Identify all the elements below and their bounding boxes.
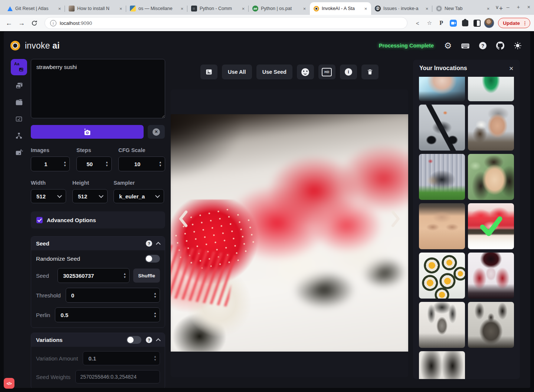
thumbnail-skull-sketch[interactable] — [419, 351, 465, 379]
variations-toggle[interactable] — [127, 336, 141, 344]
help-icon[interactable]: ? — [478, 41, 487, 50]
extension-puzzle-icon[interactable] — [460, 18, 470, 28]
settings-gear-icon[interactable]: ⚙ — [443, 41, 452, 50]
bookmark-star-icon[interactable]: ☆ — [425, 18, 434, 28]
thumbnail-goat-drawing[interactable] — [468, 302, 514, 348]
seed-input[interactable]: 3025360737 ▲▼ — [58, 268, 130, 283]
close-gallery-icon[interactable]: ✕ — [509, 66, 514, 71]
thumbnail-woman-portrait[interactable] — [468, 154, 514, 200]
perlin-input[interactable]: 0.5 ▲▼ — [55, 307, 160, 322]
stepper-icon[interactable]: ▲▼ — [60, 161, 69, 167]
tab-nodes[interactable] — [13, 129, 25, 142]
previous-image-arrow[interactable] — [176, 208, 191, 230]
tab-close-icon[interactable]: × — [240, 6, 246, 12]
next-image-arrow[interactable] — [388, 208, 403, 230]
thumbnail-strawberry-sushi-selected[interactable] — [468, 203, 514, 249]
advanced-options-row[interactable]: Advanced Options — [31, 211, 165, 228]
details-button[interactable]: i — [340, 65, 357, 79]
stepper-icon[interactable]: ▲▼ — [151, 292, 160, 299]
seed-weights-input[interactable] — [75, 370, 160, 383]
thumbnail-mango-sushi-rolls[interactable] — [419, 253, 465, 299]
tab-python-comm[interactable]: ∷ Python - Comm × — [187, 2, 249, 15]
tab-inpainting[interactable] — [13, 96, 25, 109]
cancel-button[interactable]: ✕ — [148, 125, 165, 139]
tab-postprocessing[interactable] — [13, 146, 25, 159]
prompt-input[interactable]: strawberry sushi — [31, 59, 165, 118]
tab-search-chevron-icon[interactable]: ∨ — [495, 4, 499, 10]
advanced-options-checkbox[interactable] — [36, 217, 43, 223]
tab-text-to-image[interactable]: Aa — [11, 59, 27, 75]
send-to-gallery-button[interactable] — [200, 65, 217, 79]
invoke-button[interactable] — [31, 125, 144, 139]
collapse-chevron-icon[interactable] — [156, 338, 161, 343]
tab-close-icon[interactable]: × — [56, 6, 63, 12]
randomize-seed-toggle[interactable] — [145, 255, 160, 263]
help-question-icon[interactable]: ? — [146, 240, 152, 247]
minimize-button[interactable]: – — [507, 4, 510, 10]
tab-python-ospath[interactable]: ae Python | os.pat × — [249, 2, 310, 15]
shuffle-button[interactable]: Shuffle — [133, 269, 160, 283]
tab-os-misc[interactable]: os — Miscellane × — [126, 2, 187, 15]
forward-button[interactable]: → — [16, 18, 27, 28]
refresh-button[interactable] — [29, 18, 39, 28]
theme-sun-icon[interactable] — [513, 41, 522, 50]
variations-panel-header[interactable]: Variations ? — [31, 333, 165, 347]
stepper-icon[interactable]: ▲▼ — [156, 161, 165, 167]
share-icon[interactable]: < — [413, 18, 422, 28]
tab-close-icon[interactable]: × — [118, 6, 124, 12]
hotkeys-keyboard-icon[interactable] — [461, 41, 470, 50]
thumbnail-cyan-portrait[interactable] — [419, 77, 465, 101]
tab-outpainting[interactable] — [13, 113, 25, 125]
tab-image-to-image[interactable] — [13, 79, 25, 92]
gallery-scroll-area[interactable] — [413, 77, 520, 379]
use-all-button[interactable]: Use All — [222, 65, 252, 79]
back-button[interactable]: ← — [4, 18, 14, 28]
thumbnail-horned-sketch[interactable] — [419, 302, 465, 348]
close-window-button[interactable]: × — [527, 4, 530, 10]
maximize-button[interactable]: + — [517, 4, 520, 10]
thumbnail-jade-figurine[interactable] — [468, 77, 514, 101]
github-icon[interactable] — [496, 41, 505, 50]
tab-git-reset[interactable]: Git Reset | Atlas × — [4, 2, 65, 15]
thumbnail-futuristic-motorcycle[interactable] — [419, 105, 465, 151]
extension-p-icon[interactable]: P — [436, 18, 446, 28]
tab-close-icon[interactable]: × — [363, 6, 369, 12]
use-seed-button[interactable]: Use Seed — [256, 65, 292, 79]
dev-code-button[interactable]: </> — [4, 378, 14, 389]
steps-input[interactable]: 50▲▼ — [76, 157, 112, 171]
thumbnail-elderly-face[interactable] — [419, 203, 465, 249]
tab-new-tab[interactable]: New Tab × — [432, 2, 494, 15]
profile-avatar[interactable] — [484, 18, 494, 28]
dark-mode-extension-icon[interactable] — [472, 18, 482, 28]
seed-panel-header[interactable]: Seed ? — [31, 237, 165, 250]
width-select[interactable]: 512 — [31, 189, 66, 203]
tab-close-icon[interactable]: × — [485, 6, 491, 12]
collapse-chevron-icon[interactable] — [156, 242, 161, 247]
help-question-icon[interactable]: ? — [146, 337, 152, 343]
images-input[interactable]: 1▲▼ — [31, 157, 70, 171]
zoom-extension-icon[interactable] — [448, 18, 458, 28]
stepper-icon[interactable]: ▲▼ — [151, 312, 160, 318]
tab-invokeai-active[interactable]: InvokeAI - A Sta × — [310, 2, 371, 15]
site-info-icon[interactable]: i — [50, 20, 56, 26]
tab-close-icon[interactable]: × — [179, 6, 185, 12]
update-button[interactable]: Update ⋮ — [498, 18, 530, 28]
tab-close-icon[interactable]: × — [301, 6, 308, 12]
stepper-icon[interactable]: ▲▼ — [102, 161, 111, 167]
stepper-icon[interactable]: ▲▼ — [151, 355, 160, 362]
thumbnail-team-celebration[interactable] — [419, 154, 465, 200]
upscale-button[interactable]: HD — [318, 65, 335, 79]
variation-amount-input[interactable]: 0.1 ▲▼ — [83, 351, 160, 365]
tab-how-to-install[interactable]: How to install N × — [65, 2, 126, 15]
stepper-icon[interactable]: ▲▼ — [120, 272, 129, 279]
thumbnail-man-with-eagle[interactable] — [468, 105, 514, 151]
delete-image-button[interactable] — [361, 65, 379, 79]
tab-github-issues[interactable]: ⓖ Issues · invoke-a × — [371, 2, 432, 15]
tab-close-icon[interactable]: × — [424, 6, 430, 12]
sampler-select[interactable]: k_euler_a — [114, 189, 164, 203]
height-select[interactable]: 512 — [72, 189, 108, 203]
cfg-scale-input[interactable]: 10▲▼ — [118, 157, 165, 171]
restore-faces-button[interactable] — [297, 65, 314, 79]
thumbnail-red-haired-demon[interactable] — [468, 253, 514, 299]
threshold-input[interactable]: 0 ▲▼ — [66, 288, 160, 303]
